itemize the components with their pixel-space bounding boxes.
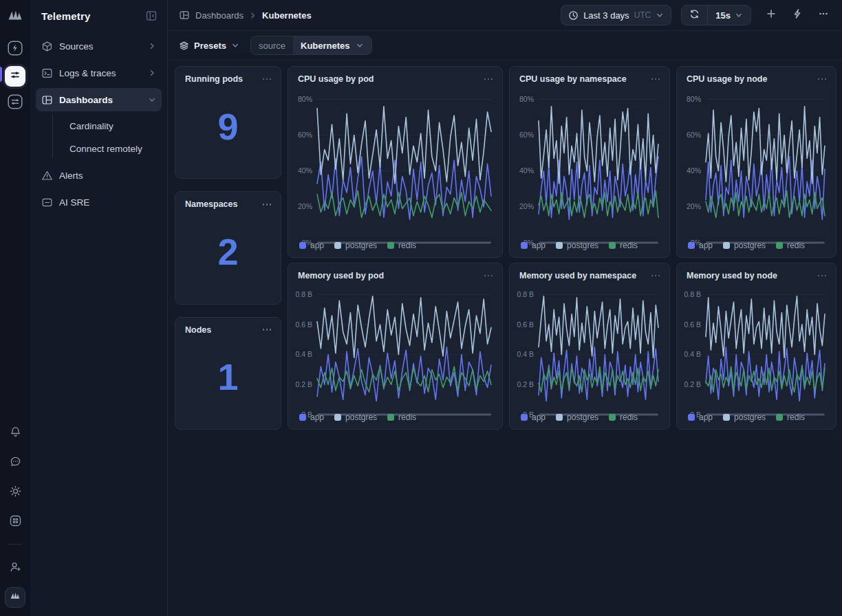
chart-card-memory-by-node: Memory used by node 0.8 B0.6 B0.4 B0.2 B… xyxy=(676,263,836,430)
sidebar-subitem-cardinality[interactable]: Cardinality xyxy=(64,115,162,138)
card-title: Namespaces xyxy=(185,199,237,209)
legend-item-redis[interactable]: redis xyxy=(609,241,638,250)
card-menu-button[interactable] xyxy=(650,76,662,83)
legend-item-postgres[interactable]: postgres xyxy=(723,241,766,250)
chart-canvas[interactable]: 80%60%40%20%0% xyxy=(290,87,498,240)
redis-series-marker xyxy=(387,414,394,421)
refresh-now-button[interactable] xyxy=(682,6,707,25)
time-range-picker[interactable]: Last 3 days UTC xyxy=(561,5,671,25)
chart-canvas[interactable]: 80%60%40%20%0% xyxy=(511,87,665,240)
dashboard-grid-icon xyxy=(41,94,53,106)
quick-actions-button[interactable] xyxy=(790,8,805,23)
legend-item-app[interactable]: app xyxy=(521,241,546,250)
card-menu-button[interactable] xyxy=(817,76,828,83)
sidebar-subitem-label: Connect remotely xyxy=(69,144,142,154)
legend-label: postgres xyxy=(734,241,766,250)
sidebar-subitem-connect-remotely[interactable]: Connect remotely xyxy=(64,138,162,160)
source-select[interactable]: source Kubernetes xyxy=(250,36,372,55)
add-panel-button[interactable] xyxy=(764,8,779,23)
more-options-button[interactable] xyxy=(816,8,831,23)
sidebar-item-sources[interactable]: Sources xyxy=(36,34,162,58)
svg-text:0.4 B: 0.4 B xyxy=(295,350,312,358)
legend-item-app[interactable]: app xyxy=(299,241,324,250)
legend-label: app xyxy=(699,241,713,250)
card-menu-button[interactable] xyxy=(817,272,828,280)
stat-value: 9 xyxy=(175,85,281,178)
chart-canvas[interactable]: 0.8 B0.6 B0.4 B0.2 B0 B xyxy=(290,283,498,412)
chart-title: Memory used by namespace xyxy=(519,271,636,280)
redis-series-marker xyxy=(776,242,783,249)
chart-card-memory-by-namespace: Memory used by namespace 0.8 B0.6 B0.4 B… xyxy=(509,263,670,430)
legend-item-postgres[interactable]: postgres xyxy=(556,241,598,250)
legend-item-redis[interactable]: redis xyxy=(387,412,416,422)
sidebar-item-logs-traces[interactable]: Logs & traces xyxy=(36,61,162,85)
rail-activity-button[interactable] xyxy=(5,39,25,60)
legend-item-redis[interactable]: redis xyxy=(609,412,638,422)
workspace-avatar[interactable] xyxy=(5,587,25,608)
apps-button[interactable] xyxy=(5,512,25,532)
rail-divider xyxy=(8,544,22,544)
chart-canvas[interactable]: 0.8 B0.6 B0.4 B0.2 B0 B xyxy=(511,283,665,412)
svg-text:60%: 60% xyxy=(298,131,312,139)
card-menu-button[interactable] xyxy=(261,201,273,208)
chart-svg: 80%60%40%20%0% xyxy=(511,87,665,250)
legend-label: postgres xyxy=(345,412,377,422)
chart-legend: apppostgresredis xyxy=(510,412,669,429)
chart-canvas[interactable]: 80%60%40%20%0% xyxy=(678,87,832,240)
invite-user-button[interactable] xyxy=(5,558,25,578)
legend-item-app[interactable]: app xyxy=(521,412,546,422)
sidebar-title: Telemetry xyxy=(41,10,91,22)
cube-icon xyxy=(41,41,53,52)
notifications-button[interactable] xyxy=(5,423,25,443)
flash-icon xyxy=(792,8,803,22)
card-menu-button[interactable] xyxy=(650,272,662,280)
card-menu-button[interactable] xyxy=(483,76,495,83)
legend-label: app xyxy=(310,241,324,250)
legend-item-app[interactable]: app xyxy=(688,412,713,422)
svg-text:0.6 B: 0.6 B xyxy=(295,320,312,329)
presets-dropdown[interactable]: Presets xyxy=(179,41,239,51)
legend-item-app[interactable]: app xyxy=(299,412,324,422)
breadcrumb-dashboards-link[interactable]: Dashboards xyxy=(195,10,244,21)
axiom-logo-icon[interactable] xyxy=(7,8,23,24)
rail-compare-button[interactable] xyxy=(5,93,25,113)
chart-svg: 0.8 B0.6 B0.4 B0.2 B0 B xyxy=(678,283,832,421)
collapse-sidebar-icon[interactable] xyxy=(145,10,158,22)
svg-text:80%: 80% xyxy=(519,95,534,103)
svg-text:40%: 40% xyxy=(519,166,534,175)
svg-text:0.8 B: 0.8 B xyxy=(684,290,701,298)
svg-text:0.4 B: 0.4 B xyxy=(684,350,701,358)
sidebar-item-alerts[interactable]: Alerts xyxy=(36,164,162,187)
theme-toggle-button[interactable] xyxy=(5,482,25,503)
legend-item-postgres[interactable]: postgres xyxy=(334,412,377,422)
chart-legend: apppostgresredis xyxy=(288,412,502,429)
ellipsis-icon xyxy=(818,8,829,22)
sidebar-item-dashboards[interactable]: Dashboards xyxy=(36,88,162,111)
legend-item-redis[interactable]: redis xyxy=(776,412,805,422)
chat-bubble-icon xyxy=(9,455,22,471)
card-menu-button[interactable] xyxy=(261,326,273,333)
chart-legend: apppostgresredis xyxy=(510,240,669,257)
legend-item-postgres[interactable]: postgres xyxy=(723,412,766,422)
rail-streams-button[interactable] xyxy=(5,66,25,87)
legend-item-redis[interactable]: redis xyxy=(776,241,805,250)
svg-text:20%: 20% xyxy=(298,202,312,210)
feedback-button[interactable] xyxy=(5,452,25,473)
chart-svg: 80%60%40%20%0% xyxy=(290,87,498,250)
legend-item-app[interactable]: app xyxy=(688,241,713,250)
refresh-interval-select[interactable]: 15s xyxy=(708,6,751,25)
svg-text:60%: 60% xyxy=(687,131,701,139)
icon-rail xyxy=(0,0,30,616)
legend-item-postgres[interactable]: postgres xyxy=(556,412,598,422)
card-menu-button[interactable] xyxy=(483,272,495,280)
refresh-interval-value: 15s xyxy=(715,10,731,21)
chart-title: CPU usage by node xyxy=(687,74,767,84)
sidebar-item-ai-sre[interactable]: AI SRE xyxy=(36,190,162,214)
chart-canvas[interactable]: 0.8 B0.6 B0.4 B0.2 B0 B xyxy=(678,283,832,412)
card-menu-button[interactable] xyxy=(261,76,273,83)
legend-item-redis[interactable]: redis xyxy=(387,241,416,250)
chevron-down-icon xyxy=(656,11,664,19)
legend-label: redis xyxy=(398,412,416,422)
svg-text:0.2 B: 0.2 B xyxy=(295,380,312,388)
legend-item-postgres[interactable]: postgres xyxy=(334,241,377,250)
